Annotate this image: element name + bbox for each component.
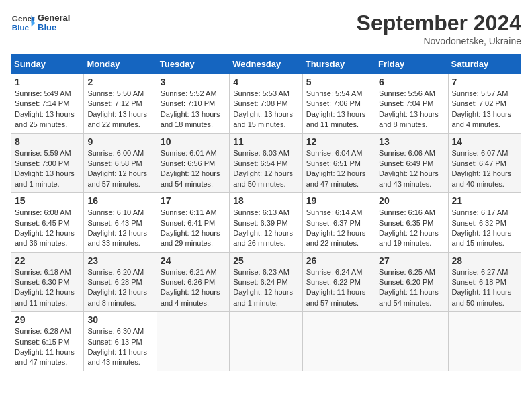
day-info: Sunrise: 5:56 AM Sunset: 7:04 PM Dayligh… — [379, 89, 444, 130]
calendar-cell: 1Sunrise: 5:49 AM Sunset: 7:14 PM Daylig… — [11, 74, 84, 134]
calendar-cell: 4Sunrise: 5:53 AM Sunset: 7:08 PM Daylig… — [230, 74, 302, 134]
day-number: 15 — [15, 195, 80, 206]
day-info: Sunrise: 6:14 AM Sunset: 6:37 PM Dayligh… — [306, 208, 371, 249]
calendar-cell: 6Sunrise: 5:56 AM Sunset: 7:04 PM Daylig… — [375, 74, 448, 134]
calendar-cell: 8Sunrise: 5:59 AM Sunset: 7:00 PM Daylig… — [11, 133, 84, 193]
page-header: General Blue General Blue September 2024… — [11, 11, 521, 46]
header-cell-friday: Friday — [375, 55, 448, 74]
calendar-cell: 29Sunrise: 6:28 AM Sunset: 6:15 PM Dayli… — [11, 312, 84, 371]
calendar-cell: 16Sunrise: 6:10 AM Sunset: 6:43 PM Dayli… — [84, 193, 157, 253]
day-info: Sunrise: 5:57 AM Sunset: 7:02 PM Dayligh… — [452, 89, 517, 130]
title-section: September 2024 Novodonetske, Ukraine — [357, 11, 521, 46]
calendar-cell: 3Sunrise: 5:52 AM Sunset: 7:10 PM Daylig… — [157, 74, 229, 134]
day-number: 4 — [233, 77, 298, 87]
day-info: Sunrise: 5:59 AM Sunset: 7:00 PM Dayligh… — [15, 148, 80, 190]
week-row-2: 15Sunrise: 6:08 AM Sunset: 6:45 PM Dayli… — [11, 193, 521, 253]
day-info: Sunrise: 6:17 AM Sunset: 6:32 PM Dayligh… — [452, 208, 517, 249]
day-number: 19 — [306, 195, 371, 206]
logo-blue: Blue — [38, 23, 70, 32]
day-info: Sunrise: 6:00 AM Sunset: 6:58 PM Dayligh… — [87, 148, 152, 190]
header-row: SundayMondayTuesdayWednesdayThursdayFrid… — [11, 55, 521, 74]
calendar-cell: 5Sunrise: 5:54 AM Sunset: 7:06 PM Daylig… — [302, 74, 375, 134]
day-number: 2 — [87, 77, 152, 87]
calendar-cell: 28Sunrise: 6:27 AM Sunset: 6:18 PM Dayli… — [448, 252, 521, 312]
calendar-body: 1Sunrise: 5:49 AM Sunset: 7:14 PM Daylig… — [11, 74, 521, 371]
calendar-cell: 11Sunrise: 6:03 AM Sunset: 6:54 PM Dayli… — [230, 133, 302, 193]
day-number: 14 — [452, 136, 517, 147]
month-title: September 2024 — [357, 11, 521, 36]
day-number: 23 — [87, 255, 152, 266]
day-info: Sunrise: 5:50 AM Sunset: 7:12 PM Dayligh… — [87, 89, 152, 130]
day-number: 28 — [452, 255, 517, 266]
calendar-cell: 17Sunrise: 6:11 AM Sunset: 6:41 PM Dayli… — [157, 193, 229, 253]
logo: General Blue General Blue — [11, 11, 70, 35]
day-info: Sunrise: 6:18 AM Sunset: 6:30 PM Dayligh… — [15, 267, 80, 309]
calendar-cell: 26Sunrise: 6:24 AM Sunset: 6:22 PM Dayli… — [302, 252, 375, 312]
calendar-header: SundayMondayTuesdayWednesdayThursdayFrid… — [11, 55, 521, 74]
day-info: Sunrise: 6:20 AM Sunset: 6:28 PM Dayligh… — [87, 267, 152, 309]
day-number: 3 — [161, 77, 226, 87]
calendar-cell — [375, 312, 448, 371]
day-info: Sunrise: 6:03 AM Sunset: 6:54 PM Dayligh… — [233, 148, 298, 190]
day-info: Sunrise: 6:13 AM Sunset: 6:39 PM Dayligh… — [233, 208, 298, 249]
calendar-cell: 9Sunrise: 6:00 AM Sunset: 6:58 PM Daylig… — [84, 133, 157, 193]
calendar-cell — [157, 312, 229, 371]
day-info: Sunrise: 5:52 AM Sunset: 7:10 PM Dayligh… — [161, 89, 226, 130]
day-number: 12 — [306, 136, 371, 147]
calendar-cell: 13Sunrise: 6:06 AM Sunset: 6:49 PM Dayli… — [375, 133, 448, 193]
day-number: 5 — [306, 77, 371, 87]
day-number: 24 — [161, 255, 226, 266]
day-number: 29 — [15, 314, 80, 325]
logo-icon: General Blue — [11, 11, 35, 35]
day-number: 17 — [161, 195, 226, 206]
day-info: Sunrise: 6:11 AM Sunset: 6:41 PM Dayligh… — [161, 208, 226, 249]
calendar-cell: 23Sunrise: 6:20 AM Sunset: 6:28 PM Dayli… — [84, 252, 157, 312]
day-info: Sunrise: 6:27 AM Sunset: 6:18 PM Dayligh… — [452, 267, 517, 309]
calendar-cell: 27Sunrise: 6:25 AM Sunset: 6:20 PM Dayli… — [375, 252, 448, 312]
calendar-cell — [302, 312, 375, 371]
calendar-cell: 2Sunrise: 5:50 AM Sunset: 7:12 PM Daylig… — [84, 74, 157, 134]
calendar-cell: 18Sunrise: 6:13 AM Sunset: 6:39 PM Dayli… — [230, 193, 302, 253]
calendar-cell: 22Sunrise: 6:18 AM Sunset: 6:30 PM Dayli… — [11, 252, 84, 312]
day-info: Sunrise: 5:53 AM Sunset: 7:08 PM Dayligh… — [233, 89, 298, 130]
header-cell-wednesday: Wednesday — [230, 55, 302, 74]
day-info: Sunrise: 6:04 AM Sunset: 6:51 PM Dayligh… — [306, 148, 371, 190]
calendar-cell: 12Sunrise: 6:04 AM Sunset: 6:51 PM Dayli… — [302, 133, 375, 193]
calendar-cell: 30Sunrise: 6:30 AM Sunset: 6:13 PM Dayli… — [84, 312, 157, 371]
day-number: 8 — [15, 136, 80, 147]
day-number: 21 — [452, 195, 517, 206]
day-info: Sunrise: 6:01 AM Sunset: 6:56 PM Dayligh… — [161, 148, 226, 190]
week-row-4: 29Sunrise: 6:28 AM Sunset: 6:15 PM Dayli… — [11, 312, 521, 371]
calendar-cell: 25Sunrise: 6:23 AM Sunset: 6:24 PM Dayli… — [230, 252, 302, 312]
day-info: Sunrise: 5:54 AM Sunset: 7:06 PM Dayligh… — [306, 89, 371, 130]
day-info: Sunrise: 6:25 AM Sunset: 6:20 PM Dayligh… — [379, 267, 444, 309]
calendar-cell — [230, 312, 302, 371]
day-number: 27 — [379, 255, 444, 266]
day-number: 22 — [15, 255, 80, 266]
week-row-1: 8Sunrise: 5:59 AM Sunset: 7:00 PM Daylig… — [11, 133, 521, 193]
day-info: Sunrise: 6:16 AM Sunset: 6:35 PM Dayligh… — [379, 208, 444, 249]
day-info: Sunrise: 6:24 AM Sunset: 6:22 PM Dayligh… — [306, 267, 371, 309]
day-number: 10 — [161, 136, 226, 147]
day-number: 30 — [87, 314, 152, 325]
week-row-0: 1Sunrise: 5:49 AM Sunset: 7:14 PM Daylig… — [11, 74, 521, 134]
day-info: Sunrise: 6:28 AM Sunset: 6:15 PM Dayligh… — [15, 326, 80, 368]
logo-general: General — [38, 13, 70, 23]
day-number: 7 — [452, 77, 517, 87]
day-number: 18 — [233, 195, 298, 206]
day-number: 25 — [233, 255, 298, 266]
week-row-3: 22Sunrise: 6:18 AM Sunset: 6:30 PM Dayli… — [11, 252, 521, 312]
day-info: Sunrise: 6:23 AM Sunset: 6:24 PM Dayligh… — [233, 267, 298, 309]
calendar-cell: 7Sunrise: 5:57 AM Sunset: 7:02 PM Daylig… — [448, 74, 521, 134]
calendar-cell: 15Sunrise: 6:08 AM Sunset: 6:45 PM Dayli… — [11, 193, 84, 253]
calendar-cell: 21Sunrise: 6:17 AM Sunset: 6:32 PM Dayli… — [448, 193, 521, 253]
day-number: 1 — [15, 77, 80, 87]
calendar-cell — [448, 312, 521, 371]
day-number: 20 — [379, 195, 444, 206]
day-info: Sunrise: 6:08 AM Sunset: 6:45 PM Dayligh… — [15, 208, 80, 249]
day-number: 13 — [379, 136, 444, 147]
svg-text:Blue: Blue — [12, 23, 30, 32]
calendar-cell: 10Sunrise: 6:01 AM Sunset: 6:56 PM Dayli… — [157, 133, 229, 193]
calendar-cell: 14Sunrise: 6:07 AM Sunset: 6:47 PM Dayli… — [448, 133, 521, 193]
calendar-cell: 19Sunrise: 6:14 AM Sunset: 6:37 PM Dayli… — [302, 193, 375, 253]
